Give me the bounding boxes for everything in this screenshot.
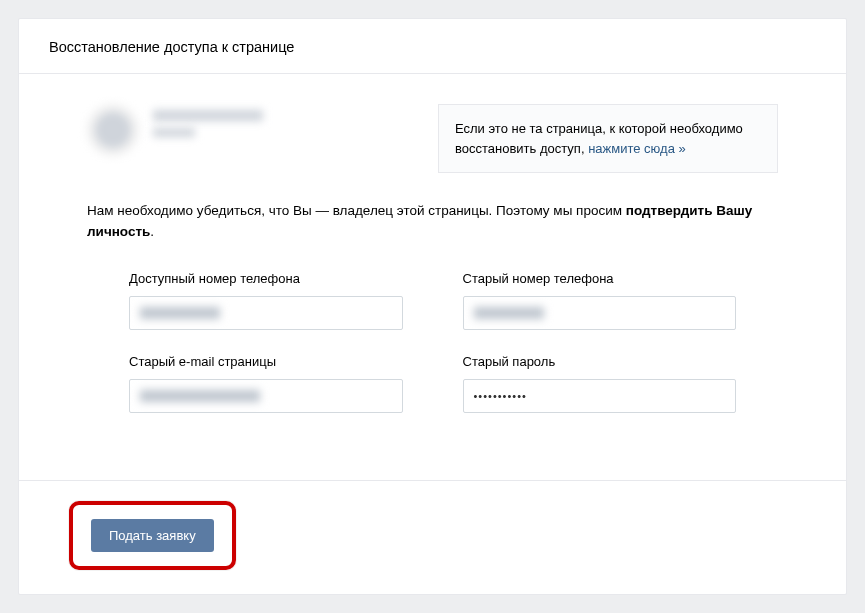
old-phone-label: Старый номер телефона: [463, 271, 737, 286]
panel-header: Восстановление доступа к странице: [19, 19, 846, 74]
old-email-field: Старый e-mail страницы: [129, 354, 403, 413]
profile-id-line: [153, 128, 195, 137]
profile-name-line: [153, 110, 263, 121]
old-phone-value: [474, 307, 544, 319]
submit-button[interactable]: Подать заявку: [91, 519, 214, 552]
old-password-label: Старый пароль: [463, 354, 737, 369]
form-grid: Доступный номер телефона Старый номер те…: [87, 271, 778, 413]
instruction-text: Нам необходимо убедиться, что Вы — владе…: [87, 201, 778, 243]
panel-body: Если это не та страница, к которой необх…: [19, 74, 846, 480]
old-password-value: •••••••••••: [474, 390, 527, 402]
submit-highlight: Подать заявку: [69, 501, 236, 570]
panel-footer: Подать заявку: [19, 480, 846, 594]
old-phone-field: Старый номер телефона: [463, 271, 737, 330]
old-phone-input[interactable]: [463, 296, 737, 330]
old-email-value: [140, 390, 260, 402]
profile-block: [87, 104, 408, 173]
wrong-page-notice: Если это не та страница, к которой необх…: [438, 104, 778, 173]
available-phone-field: Доступный номер телефона: [129, 271, 403, 330]
old-email-label: Старый e-mail страницы: [129, 354, 403, 369]
restore-access-panel: Восстановление доступа к странице Если э…: [18, 18, 847, 595]
wrong-page-link[interactable]: нажмите сюда »: [588, 141, 686, 156]
available-phone-value: [140, 307, 220, 319]
old-email-input[interactable]: [129, 379, 403, 413]
instruction-part2: .: [150, 224, 154, 239]
avatar: [87, 104, 139, 156]
profile-name: [153, 110, 263, 137]
top-row: Если это не та страница, к которой необх…: [87, 104, 778, 173]
old-password-field: Старый пароль •••••••••••: [463, 354, 737, 413]
page-title: Восстановление доступа к странице: [49, 39, 816, 55]
available-phone-label: Доступный номер телефона: [129, 271, 403, 286]
instruction-part1: Нам необходимо убедиться, что Вы — владе…: [87, 203, 626, 218]
old-password-input[interactable]: •••••••••••: [463, 379, 737, 413]
available-phone-input[interactable]: [129, 296, 403, 330]
